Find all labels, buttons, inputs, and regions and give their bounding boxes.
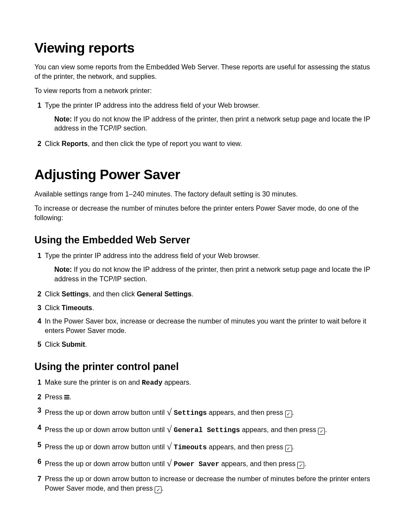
step-text: Press bbox=[45, 393, 64, 401]
menu-icon bbox=[64, 395, 69, 399]
list-item: 2 Press . bbox=[34, 392, 377, 402]
sqrt-icon: √ bbox=[167, 441, 172, 452]
list-item: 6 Press the up or down arrow button unti… bbox=[34, 457, 377, 470]
list-item: 5 Click Submit. bbox=[34, 340, 377, 349]
step-text: . bbox=[292, 409, 294, 416]
body-text: To increase or decrease the number of mi… bbox=[34, 204, 377, 222]
step-text: appears, and then press bbox=[207, 443, 285, 451]
heading-adjusting-power-saver: Adjusting Power Saver bbox=[34, 165, 377, 184]
step-text: Make sure the printer is on and bbox=[45, 379, 142, 386]
list-item: 2 Click Settings, and then click General… bbox=[34, 289, 377, 299]
list-item: 1 Type the printer IP address into the a… bbox=[34, 101, 377, 135]
step-text: . bbox=[325, 426, 327, 433]
list-item: 4 In the Power Saver box, increase or de… bbox=[34, 317, 377, 335]
step-text: Press the up or down arrow button until bbox=[45, 460, 167, 467]
sqrt-icon: √ bbox=[167, 407, 172, 417]
step-text: . bbox=[162, 485, 163, 492]
bold-term: General Settings bbox=[137, 290, 191, 298]
step-text: Press the up or down arrow button to inc… bbox=[45, 475, 370, 492]
step-number: 2 bbox=[34, 139, 45, 149]
steps-control-panel: 1 Make sure the printer is on and Ready … bbox=[34, 378, 377, 493]
bold-term: Settings bbox=[62, 290, 89, 298]
note-label: Note: bbox=[54, 115, 72, 123]
step-text: appears, and then press bbox=[207, 409, 285, 416]
steps-ews: 1 Type the printer IP address into the a… bbox=[34, 251, 377, 349]
step-number: 1 bbox=[34, 251, 45, 261]
step-number: 4 bbox=[34, 317, 45, 326]
step-text: Click bbox=[45, 304, 62, 311]
list-item: 4 Press the up or down arrow button unti… bbox=[34, 423, 377, 436]
step-text: , and then click bbox=[89, 290, 137, 298]
intro-text: You can view some reports from the Embed… bbox=[34, 62, 377, 81]
steps-viewing-reports: 1 Type the printer IP address into the a… bbox=[34, 101, 377, 148]
check-button-icon: ✓ bbox=[285, 411, 292, 417]
step-number: 6 bbox=[34, 457, 45, 467]
check-button-icon: ✓ bbox=[285, 445, 292, 452]
check-button-icon: ✓ bbox=[318, 428, 325, 435]
list-item: 7 Press the up or down arrow button to i… bbox=[34, 474, 377, 493]
step-text: . bbox=[69, 393, 71, 401]
display-text: General Settings bbox=[174, 426, 240, 434]
note-label: Note: bbox=[54, 266, 72, 273]
step-text: . bbox=[304, 460, 306, 467]
step-text: , and then click the type of report you … bbox=[88, 140, 242, 147]
step-text: Press the up or down arrow button until bbox=[45, 443, 167, 451]
bold-term: Submit bbox=[62, 341, 85, 348]
step-number: 3 bbox=[34, 303, 45, 313]
bold-term: Reports bbox=[62, 140, 87, 147]
note-block: Note: If you do not know the IP address … bbox=[45, 265, 377, 283]
list-item: 3 Click Timeouts. bbox=[34, 303, 377, 313]
step-text: appears, and then press bbox=[219, 460, 297, 467]
step-text: . bbox=[92, 304, 94, 311]
heading-viewing-reports: Viewing reports bbox=[34, 39, 377, 57]
step-text: . bbox=[292, 443, 294, 451]
display-text: Power Saver bbox=[174, 460, 219, 468]
step-number: 1 bbox=[34, 378, 45, 387]
note-text: If you do not know the IP address of the… bbox=[54, 115, 370, 132]
list-item: 3 Press the up or down arrow button unti… bbox=[34, 406, 377, 419]
step-text: Click bbox=[45, 140, 62, 147]
step-text: appears, and then press bbox=[240, 426, 318, 433]
subheading-control-panel: Using the printer control panel bbox=[34, 360, 377, 373]
step-text: Type the printer IP address into the add… bbox=[45, 252, 260, 259]
step-number: 1 bbox=[34, 101, 45, 110]
note-block: Note: If you do not know the IP address … bbox=[45, 115, 377, 133]
lead-text: To view reports from a network printer: bbox=[34, 86, 377, 96]
sqrt-icon: √ bbox=[167, 424, 172, 435]
check-button-icon: ✓ bbox=[297, 462, 304, 469]
step-number: 2 bbox=[34, 392, 45, 402]
step-text: Press the up or down arrow button until bbox=[45, 409, 167, 416]
step-number: 2 bbox=[34, 289, 45, 299]
body-text: Available settings range from 1–240 minu… bbox=[34, 190, 377, 199]
step-number: 5 bbox=[34, 440, 45, 450]
step-text: Type the printer IP address into the add… bbox=[45, 102, 260, 109]
step-text: . bbox=[192, 290, 193, 298]
display-text: Settings bbox=[174, 409, 207, 417]
step-number: 7 bbox=[34, 474, 45, 484]
step-text: In the Power Saver box, increase or decr… bbox=[45, 317, 366, 334]
step-number: 3 bbox=[34, 406, 45, 415]
step-number: 5 bbox=[34, 340, 45, 349]
list-item: 5 Press the up or down arrow button unti… bbox=[34, 440, 377, 453]
display-text: Timeouts bbox=[174, 444, 207, 451]
step-text: Click bbox=[45, 341, 62, 348]
subheading-embedded-web-server: Using the Embedded Web Server bbox=[34, 233, 377, 247]
step-text: . bbox=[85, 341, 87, 348]
note-text: If you do not know the IP address of the… bbox=[54, 266, 370, 283]
display-text: Ready bbox=[142, 379, 162, 387]
step-text: Press the up or down arrow button until bbox=[45, 426, 167, 433]
sqrt-icon: √ bbox=[167, 458, 172, 469]
step-text: Click bbox=[45, 290, 62, 298]
list-item: 1 Make sure the printer is on and Ready … bbox=[34, 378, 377, 388]
list-item: 1 Type the printer IP address into the a… bbox=[34, 251, 377, 285]
check-button-icon: ✓ bbox=[155, 486, 162, 493]
step-text: appears. bbox=[162, 379, 191, 386]
list-item: 2 Click Reports, and then click the type… bbox=[34, 139, 377, 149]
step-number: 4 bbox=[34, 423, 45, 432]
bold-term: Timeouts bbox=[62, 304, 92, 311]
